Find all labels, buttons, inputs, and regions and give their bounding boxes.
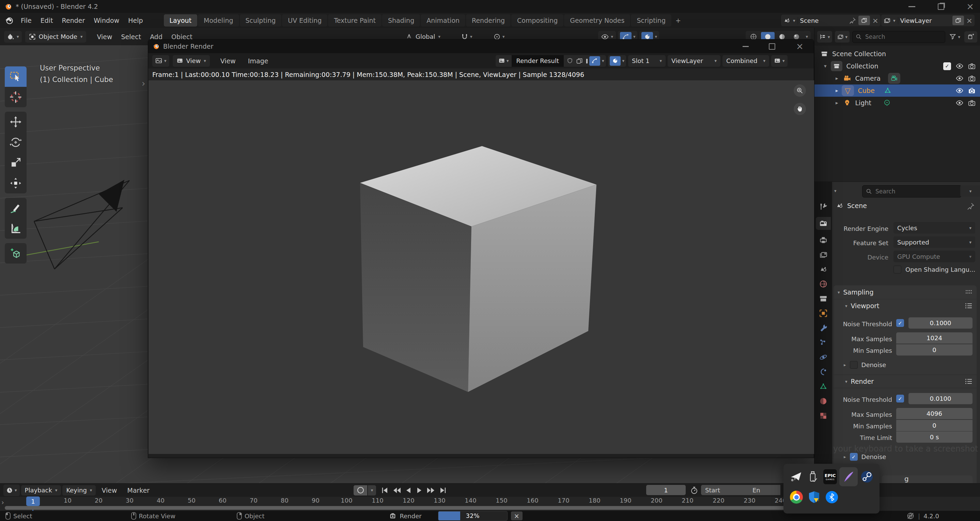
cursor-tool-button[interactable]: [5, 87, 27, 107]
play-reverse-button[interactable]: [405, 487, 412, 494]
render-maximize-button[interactable]: [769, 43, 775, 50]
tab-tool-icon[interactable]: [819, 202, 828, 211]
disable-in-renders-icon[interactable]: [968, 99, 976, 107]
select-box-tool-button[interactable]: [5, 67, 27, 87]
canvas-zoom-button[interactable]: [794, 84, 806, 97]
render-minimize-button[interactable]: [743, 46, 749, 47]
properties-search[interactable]: [862, 185, 962, 197]
render-noise-threshold-field[interactable]: 0.0100: [908, 393, 972, 404]
timeline-editor-type-button[interactable]: ▾: [3, 484, 20, 496]
collapse-icon[interactable]: ▾: [824, 64, 827, 69]
properties-editor-chevron[interactable]: ▾: [834, 189, 837, 193]
device-dropdown[interactable]: GPU Compute▾: [894, 251, 975, 262]
viewport-denoise-row[interactable]: ▸ Denoise: [844, 361, 886, 369]
disable-in-renders-icon[interactable]: [968, 62, 976, 70]
camera-object-wireframe[interactable]: [21, 160, 164, 276]
viewport-menu-view[interactable]: View: [92, 33, 116, 41]
play-button[interactable]: [415, 487, 423, 494]
slot-dropdown[interactable]: Slot 1▾: [628, 55, 666, 67]
image-editor-type-button[interactable]: ▾: [152, 55, 169, 67]
chrome-icon[interactable]: [788, 489, 805, 505]
layer-dropdown[interactable]: ViewLayer▾: [668, 55, 721, 67]
annotate-tool-button[interactable]: [5, 198, 27, 218]
editor-type-button[interactable]: ▾: [4, 31, 22, 43]
workspace-tab[interactable]: Texture Paint: [328, 14, 382, 27]
update-automatically-button[interactable]: ▾: [588, 55, 606, 67]
workspace-tab[interactable]: Scripting: [631, 14, 671, 27]
outliner-row-scene-collection[interactable]: Scene Collection: [815, 48, 980, 60]
properties-options-button[interactable]: ▾: [960, 185, 980, 197]
osl-checkbox[interactable]: [894, 265, 901, 273]
minimize-button[interactable]: [908, 6, 915, 7]
tab-texture-icon[interactable]: [819, 411, 828, 420]
viewport-sidebar-toggle[interactable]: ›: [142, 78, 145, 89]
main-menu-item[interactable]: Edit: [36, 17, 57, 24]
outliner-filter-type-button[interactable]: ▾: [835, 31, 850, 43]
expand-icon[interactable]: ▸: [835, 88, 838, 93]
outliner-search[interactable]: [852, 31, 945, 43]
tab-object-icon[interactable]: [819, 309, 828, 318]
render-close-button[interactable]: ×: [796, 42, 803, 51]
measure-tool-button[interactable]: [5, 218, 27, 239]
playback-menu[interactable]: Playback▾: [21, 485, 61, 496]
disable-in-renders-icon[interactable]: [968, 86, 976, 95]
expand-icon[interactable]: ▸: [835, 76, 838, 81]
viewport-menu-select[interactable]: Select: [117, 33, 146, 41]
pin-id-icon[interactable]: [967, 202, 975, 210]
sampling-panel-header[interactable]: ▾ Sampling: [834, 285, 977, 299]
workspace-tab[interactable]: Layout: [164, 14, 197, 27]
viewport-denoise-checkbox[interactable]: [850, 361, 858, 369]
keying-menu[interactable]: Keying▾: [62, 485, 96, 496]
current-frame-field[interactable]: 1: [646, 485, 686, 495]
screenshot-feather-icon[interactable]: [839, 467, 858, 486]
usb-safely-remove-icon[interactable]: [805, 469, 821, 485]
scale-tool-button[interactable]: [5, 152, 27, 173]
jump-to-start-button[interactable]: [381, 487, 389, 494]
render-menu-view[interactable]: View: [216, 57, 240, 65]
render-canvas[interactable]: [148, 80, 814, 454]
tab-material-icon[interactable]: [819, 397, 828, 405]
playhead-marker[interactable]: 1: [26, 497, 40, 506]
restore-button[interactable]: [938, 3, 944, 10]
new-image-icon[interactable]: [576, 57, 583, 64]
workspace-tab[interactable]: Sculpting: [240, 14, 282, 27]
main-menu-item[interactable]: Window: [89, 17, 124, 24]
auto-keying-record-button[interactable]: [353, 485, 367, 496]
next-keyframe-button[interactable]: [426, 487, 435, 494]
workspace-tab[interactable]: Modeling: [198, 14, 239, 27]
hide-in-viewport-icon[interactable]: [956, 86, 964, 95]
workspace-tab[interactable]: Animation: [421, 14, 465, 27]
main-menu-item[interactable]: Help: [124, 17, 147, 24]
move-tool-button[interactable]: [5, 112, 27, 132]
steam-icon[interactable]: [859, 469, 875, 485]
viewport-noise-threshold-checkbox[interactable]: ✓: [896, 319, 904, 327]
workspace-tab[interactable]: Geometry Nodes: [564, 14, 630, 27]
viewport-min-samples-field[interactable]: 0: [896, 344, 972, 356]
viewport-max-samples-field[interactable]: 1024: [896, 332, 972, 343]
timeline-collapse-arrow[interactable]: ›: [2, 498, 4, 506]
preset-list-icon[interactable]: [965, 379, 972, 384]
workspace-tab[interactable]: UV Editing: [282, 14, 327, 27]
outliner-display-mode-button[interactable]: ▾: [817, 31, 832, 43]
render-window-titlebar[interactable]: Blender Render ×: [148, 40, 814, 53]
viewport-noise-threshold-field[interactable]: 0.1000: [908, 318, 972, 329]
tab-constraints-icon[interactable]: [819, 367, 828, 376]
workspace-tab[interactable]: Compositing: [511, 14, 563, 27]
time-limit-field[interactable]: 0 s: [896, 432, 972, 443]
previous-keyframe-button[interactable]: [392, 487, 401, 494]
viewlayer-name[interactable]: ViewLayer: [898, 17, 950, 24]
tab-data-icon[interactable]: [819, 382, 828, 391]
timeline-scrollbar[interactable]: [5, 506, 799, 510]
view-mode-dropdown[interactable]: View ▾: [173, 55, 210, 67]
new-scene-button[interactable]: [858, 16, 870, 25]
display-channels-button[interactable]: ▾: [608, 55, 627, 67]
jump-to-end-button[interactable]: [439, 487, 447, 494]
render-min-samples-field[interactable]: 0: [896, 420, 972, 431]
add-cube-tool-button[interactable]: [5, 243, 27, 264]
pin-icon[interactable]: [849, 17, 856, 24]
hide-in-viewport-icon[interactable]: [956, 99, 964, 107]
outliner-row-camera[interactable]: ▸ Camera: [815, 72, 980, 84]
render-engine-dropdown[interactable]: Cycles▾: [894, 222, 975, 233]
collection-exclude-checkbox[interactable]: ✓: [943, 62, 951, 70]
hide-in-viewport-icon[interactable]: [956, 62, 964, 70]
